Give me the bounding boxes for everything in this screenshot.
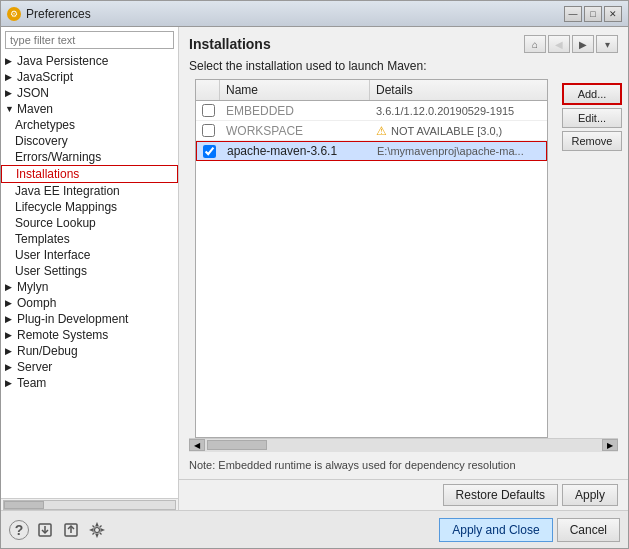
nav-forward-button[interactable]: ▶ <box>572 35 594 53</box>
apply-button[interactable]: Apply <box>562 484 618 506</box>
footer: ? <box>1 510 628 548</box>
sidebar-item-server[interactable]: ▶ Server <box>1 359 178 375</box>
sidebar-item-plugin-development[interactable]: ▶ Plug-in Development <box>1 311 178 327</box>
sidebar-item-user-interface[interactable]: User Interface <box>1 247 178 263</box>
help-icon[interactable]: ? <box>9 520 29 540</box>
row-check-apache[interactable] <box>197 143 221 160</box>
window-controls: — □ ✕ <box>564 6 622 22</box>
table-row[interactable]: WORKSPACE ⚠ NOT AVAILABLE [3.0,) <box>196 121 547 141</box>
settings-icon[interactable] <box>87 520 107 540</box>
table-row[interactable]: apache-maven-3.6.1 E:\mymavenproj\apache… <box>196 141 547 161</box>
sidebar-item-javascript[interactable]: ▶ JavaScript <box>1 69 178 85</box>
note-text: Note: Embedded runtime is always used fo… <box>179 452 628 479</box>
sidebar-item-label: JSON <box>17 86 49 100</box>
sidebar-item-run-debug[interactable]: ▶ Run/Debug <box>1 343 178 359</box>
sidebar-item-discovery[interactable]: Discovery <box>1 133 178 149</box>
sidebar-item-label: Archetypes <box>15 118 75 132</box>
sidebar-item-maven[interactable]: ▼ Maven <box>1 101 178 117</box>
sidebar-item-user-settings[interactable]: User Settings <box>1 263 178 279</box>
sidebar-item-label: Java Persistence <box>17 54 108 68</box>
sidebar-item-archetypes[interactable]: Archetypes <box>1 117 178 133</box>
expand-arrow: ▶ <box>5 346 15 356</box>
sidebar-item-label: Templates <box>15 232 70 246</box>
minimize-button[interactable]: — <box>564 6 582 22</box>
export-icon[interactable] <box>61 520 81 540</box>
sidebar-item-mylyn[interactable]: ▶ Mylyn <box>1 279 178 295</box>
row-details-embedded: 3.6.1/1.12.0.20190529-1915 <box>370 103 547 119</box>
add-button[interactable]: Add... <box>562 83 622 105</box>
col-details-header: Details <box>370 80 547 100</box>
sidebar-item-errors-warnings[interactable]: Errors/Warnings <box>1 149 178 165</box>
sidebar-item-label: Lifecycle Mappings <box>15 200 117 214</box>
restore-defaults-button[interactable]: Restore Defaults <box>443 484 558 506</box>
footer-right: Apply and Close Cancel <box>439 518 620 542</box>
sidebar-item-installations[interactable]: Installations <box>1 165 178 183</box>
sidebar-item-java-ee-integration[interactable]: Java EE Integration <box>1 183 178 199</box>
col-check-header <box>196 80 220 100</box>
row-name-embedded: EMBEDDED <box>220 102 370 120</box>
sidebar-item-label: Server <box>17 360 52 374</box>
scrollbar-track[interactable]: ◀ ▶ <box>189 439 618 452</box>
sidebar-item-team[interactable]: ▶ Team <box>1 375 178 391</box>
sidebar-item-label: User Interface <box>15 248 90 262</box>
sidebar-item-java-persistence[interactable]: ▶ Java Persistence <box>1 53 178 69</box>
table-area: Name Details EMBEDDED 3.6.1/1.12.0.20190… <box>185 79 622 438</box>
sidebar: ▶ Java Persistence ▶ JavaScript ▶ JSON ▼… <box>1 27 179 510</box>
scrollbar-thumb[interactable] <box>207 440 267 450</box>
panel-nav: ⌂ ◀ ▶ ▾ <box>524 35 618 53</box>
expand-arrow: ▶ <box>5 362 15 372</box>
bottom-bar: Restore Defaults Apply <box>179 479 628 510</box>
sidebar-item-templates[interactable]: Templates <box>1 231 178 247</box>
expand-arrow: ▶ <box>5 88 15 98</box>
edit-button[interactable]: Edit... <box>562 108 622 128</box>
titlebar-left: ⚙ Preferences <box>7 7 91 21</box>
main-content: ▶ Java Persistence ▶ JavaScript ▶ JSON ▼… <box>1 27 628 510</box>
footer-left: ? <box>9 520 107 540</box>
sidebar-item-label: Source Lookup <box>15 216 96 230</box>
panel-title: Installations <box>189 36 271 52</box>
checkbox-embedded[interactable] <box>202 104 215 117</box>
nav-dropdown-button[interactable]: ▾ <box>596 35 618 53</box>
nav-home-button[interactable]: ⌂ <box>524 35 546 53</box>
table-row[interactable]: EMBEDDED 3.6.1/1.12.0.20190529-1915 <box>196 101 547 121</box>
sidebar-item-label: Plug-in Development <box>17 312 128 326</box>
sidebar-scrollbar[interactable] <box>1 498 178 510</box>
sidebar-item-source-lookup[interactable]: Source Lookup <box>1 215 178 231</box>
row-check-embedded[interactable] <box>196 102 220 119</box>
import-icon[interactable] <box>35 520 55 540</box>
table-actions: Add... Edit... Remove <box>562 79 622 438</box>
remove-button[interactable]: Remove <box>562 131 622 151</box>
sidebar-item-label: Run/Debug <box>17 344 78 358</box>
row-name-workspace: WORKSPACE <box>220 122 370 140</box>
table-body: EMBEDDED 3.6.1/1.12.0.20190529-1915 WORK… <box>196 101 547 437</box>
sidebar-item-oomph[interactable]: ▶ Oomph <box>1 295 178 311</box>
preferences-icon: ⚙ <box>7 7 21 21</box>
sidebar-item-remote-systems[interactable]: ▶ Remote Systems <box>1 327 178 343</box>
apply-close-button[interactable]: Apply and Close <box>439 518 552 542</box>
sidebar-item-label: Installations <box>16 167 79 181</box>
filter-input[interactable] <box>5 31 174 49</box>
horizontal-scrollbar[interactable]: ◀ ▶ <box>189 438 618 452</box>
table-header: Name Details <box>196 80 547 101</box>
expand-arrow: ▶ <box>5 314 15 324</box>
sidebar-item-label: Mylyn <box>17 280 48 294</box>
warning-icon: ⚠ <box>376 124 387 138</box>
close-button[interactable]: ✕ <box>604 6 622 22</box>
sidebar-item-label: User Settings <box>15 264 87 278</box>
panel-header: Installations ⌂ ◀ ▶ ▾ <box>179 27 628 57</box>
col-name-header: Name <box>220 80 370 100</box>
panel-subtitle: Select the installation used to launch M… <box>179 57 628 79</box>
row-check-workspace[interactable] <box>196 122 220 139</box>
installations-table: Name Details EMBEDDED 3.6.1/1.12.0.20190… <box>195 79 548 438</box>
checkbox-workspace[interactable] <box>202 124 215 137</box>
cancel-button[interactable]: Cancel <box>557 518 620 542</box>
right-panel: Installations ⌂ ◀ ▶ ▾ Select the install… <box>179 27 628 510</box>
sidebar-item-lifecycle-mappings[interactable]: Lifecycle Mappings <box>1 199 178 215</box>
sidebar-item-label: Oomph <box>17 296 56 310</box>
sidebar-item-label: Maven <box>17 102 53 116</box>
sidebar-item-json[interactable]: ▶ JSON <box>1 85 178 101</box>
maximize-button[interactable]: □ <box>584 6 602 22</box>
nav-back-button[interactable]: ◀ <box>548 35 570 53</box>
row-details-apache: E:\mymavenproj\apache-ma... <box>371 143 546 159</box>
checkbox-apache[interactable] <box>203 145 216 158</box>
